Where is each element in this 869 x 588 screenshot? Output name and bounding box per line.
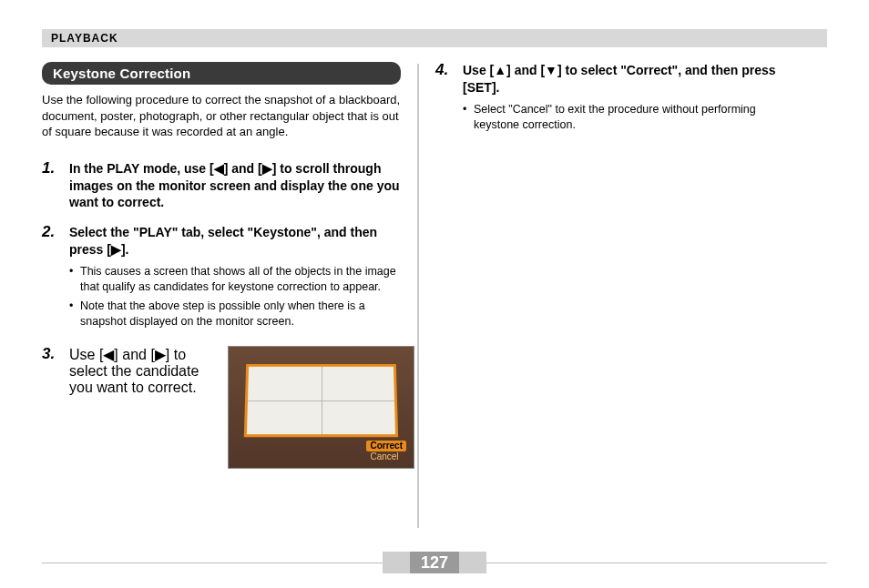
example-screenshot: Correct Cancel bbox=[228, 346, 414, 469]
page-number: 127 bbox=[410, 552, 459, 573]
correct-cancel-menu: Correct Cancel bbox=[366, 441, 406, 462]
step-body: In the PLAY mode, use [◀] and [▶] to scr… bbox=[69, 160, 401, 212]
footer-rule bbox=[486, 563, 827, 563]
step-lead: Select the "PLAY" tab, select "Keystone"… bbox=[69, 224, 401, 259]
step-number: 2. bbox=[42, 224, 62, 332]
step-number: 4. bbox=[435, 62, 455, 137]
step-text-block: Use [◀] and [▶] to select the candidate … bbox=[69, 346, 215, 396]
topic-title: Keystone Correction bbox=[42, 62, 401, 85]
step-1: 1. In the PLAY mode, use [◀] and [▶] to … bbox=[42, 160, 401, 212]
page-number-pad-left bbox=[383, 552, 410, 573]
step-4: 4. Use [▲] and [▼] to select "Correct", … bbox=[435, 62, 794, 137]
bullet-item: Note that the above step is possible onl… bbox=[69, 299, 401, 329]
section-header-label: PLAYBACK bbox=[51, 32, 118, 45]
step-body: Use [◀] and [▶] to select the candidate … bbox=[69, 346, 414, 469]
step-number: 3. bbox=[42, 346, 62, 469]
step-bullets: This causes a screen that shows all of t… bbox=[69, 264, 401, 329]
step-3: 3. Use [◀] and [▶] to select the candida… bbox=[42, 346, 401, 469]
menu-cancel: Cancel bbox=[366, 451, 406, 462]
content-columns: Keystone Correction Use the following pr… bbox=[42, 62, 794, 528]
page-number-block: 127 bbox=[383, 552, 486, 573]
left-column: Keystone Correction Use the following pr… bbox=[42, 62, 417, 528]
section-header: PLAYBACK bbox=[42, 29, 827, 47]
page-number-pad-right bbox=[459, 552, 486, 573]
right-column: 4. Use [▲] and [▼] to select "Correct", … bbox=[419, 62, 794, 528]
bullet-item: This causes a screen that shows all of t… bbox=[69, 264, 401, 295]
step-bullets: Select "Cancel" to exit the procedure wi… bbox=[463, 102, 794, 133]
step-2: 2. Select the "PLAY" tab, select "Keysto… bbox=[42, 224, 401, 332]
menu-correct: Correct bbox=[366, 441, 406, 451]
page-footer: 127 bbox=[42, 552, 827, 573]
intro-paragraph: Use the following procedure to correct t… bbox=[42, 92, 401, 140]
step-lead: Use [◀] and [▶] to select the candidate … bbox=[69, 346, 215, 396]
step-number: 1. bbox=[42, 160, 62, 212]
step-body: Use [▲] and [▼] to select "Correct", and… bbox=[463, 62, 794, 137]
step-lead: In the PLAY mode, use [◀] and [▶] to scr… bbox=[69, 160, 401, 212]
step-lead: Use [▲] and [▼] to select "Correct", and… bbox=[463, 62, 794, 96]
bullet-item: Select "Cancel" to exit the procedure wi… bbox=[463, 102, 794, 133]
step-body: Select the "PLAY" tab, select "Keystone"… bbox=[69, 224, 401, 332]
keystone-outline bbox=[244, 364, 398, 437]
footer-rule bbox=[42, 563, 383, 563]
